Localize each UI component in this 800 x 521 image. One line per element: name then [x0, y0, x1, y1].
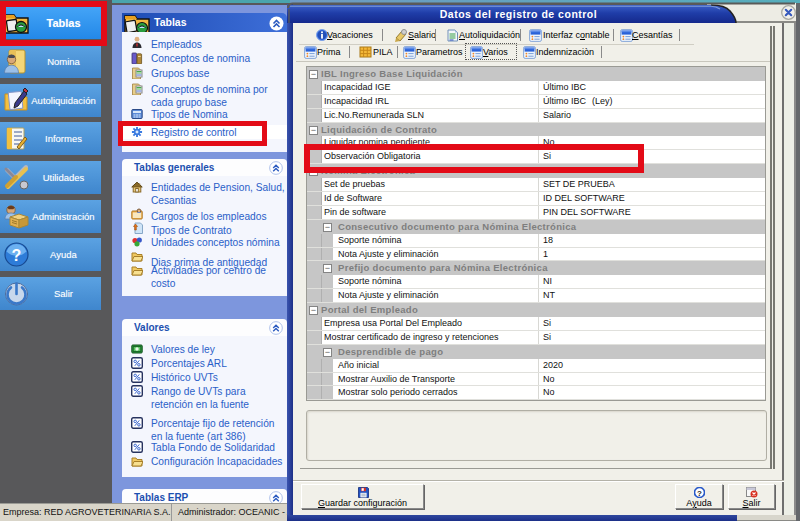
svg-text:?: ?: [12, 247, 22, 264]
svg-text:?: ?: [697, 489, 702, 498]
